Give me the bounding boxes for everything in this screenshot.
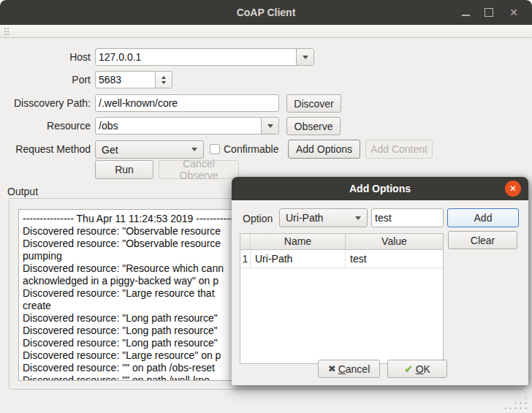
option-value-cell: test — [346, 250, 443, 268]
toolbar — [0, 25, 532, 38]
port-spinbox[interactable] — [95, 71, 172, 88]
ok-label: OK — [416, 363, 430, 375]
maximize-button[interactable] — [482, 6, 495, 19]
confirmable-checkbox[interactable] — [210, 144, 220, 154]
host-label: Host — [0, 51, 91, 63]
port-input[interactable] — [96, 72, 156, 88]
titlebar[interactable]: CoAP Client ✕ — [0, 0, 532, 25]
ok-check-icon: ✔ — [404, 363, 414, 376]
host-input[interactable] — [96, 49, 314, 65]
option-value-input[interactable] — [372, 209, 443, 227]
option-type-combobox[interactable]: Uri-Path — [279, 208, 368, 227]
add-options-button[interactable]: Add Options — [288, 140, 360, 159]
cancel-label: Cancel — [338, 363, 370, 375]
cancel-observe-button: Cancel Observe — [159, 160, 239, 179]
resource-input[interactable] — [96, 118, 259, 134]
dialog-titlebar[interactable]: Add Options ✕ — [232, 177, 528, 200]
dialog-ok-button[interactable]: ✔ OK — [387, 360, 447, 378]
clear-button[interactable]: Clear — [448, 231, 517, 249]
row-number-cell: 1 — [240, 250, 251, 268]
window-title: CoAP Client — [0, 0, 532, 25]
dialog-title: Add Options — [232, 177, 528, 200]
host-combobox[interactable] — [95, 48, 314, 66]
add-options-dialog: Add Options ✕ Option Uri-Path Add Clear … — [232, 177, 528, 385]
option-type-value: Uri-Path — [280, 212, 355, 224]
toolbar-grip-handle[interactable] — [4, 27, 9, 36]
discovery-path-input[interactable] — [96, 95, 278, 111]
discover-button[interactable]: Discover — [286, 94, 341, 113]
chevron-down-icon — [267, 124, 273, 131]
chevron-down-icon — [191, 148, 197, 154]
port-label: Port — [0, 74, 91, 86]
dialog-close-button[interactable]: ✕ — [505, 181, 521, 197]
option-label: Option — [243, 213, 273, 224]
port-spin-buttons[interactable] — [155, 72, 172, 88]
minimize-button[interactable] — [459, 6, 472, 19]
options-table[interactable]: Name Value 1 Uri-Path test — [240, 233, 444, 364]
spin-up-icon — [162, 74, 166, 79]
resource-label: Resource — [0, 120, 91, 132]
confirmable-label: Confirmable — [224, 143, 278, 155]
chevron-down-icon — [303, 56, 308, 62]
dialog-cancel-button[interactable]: ✖ Cancel — [318, 360, 380, 378]
request-method-value: Get — [96, 144, 191, 156]
output-label: Output — [7, 186, 38, 197]
resize-grip[interactable] — [498, 395, 531, 412]
observe-button[interactable]: Observe — [286, 117, 341, 135]
cancel-x-icon: ✖ — [328, 363, 336, 374]
table-corner-header — [240, 234, 251, 249]
close-button[interactable]: ✕ — [507, 6, 520, 19]
host-dropdown-button[interactable] — [296, 49, 314, 65]
request-method-label: Request Method — [0, 143, 91, 155]
option-name-cell: Uri-Path — [251, 250, 346, 268]
resource-dropdown-button[interactable] — [261, 118, 278, 134]
coap-client-window: CoAP Client ✕ Host Port Disscovery Path:… — [0, 0, 532, 413]
minimize-icon — [462, 15, 470, 16]
option-value-field[interactable] — [371, 208, 444, 227]
add-button[interactable]: Add — [447, 208, 519, 227]
run-button[interactable]: Run — [95, 160, 153, 179]
chevron-down-icon — [355, 216, 361, 223]
resource-combobox[interactable] — [95, 117, 279, 134]
discovery-path-label: Disscovery Path: — [0, 97, 91, 109]
request-method-combobox[interactable]: Get — [95, 140, 204, 159]
table-row[interactable]: 1 Uri-Path test — [240, 250, 443, 268]
maximize-icon — [484, 8, 493, 17]
discovery-path-field[interactable] — [95, 94, 279, 112]
add-content-button: Add Content — [365, 140, 433, 159]
name-column-header[interactable]: Name — [251, 234, 346, 249]
spin-down-icon — [162, 81, 166, 86]
table-header-row: Name Value — [240, 234, 443, 250]
value-column-header[interactable]: Value — [346, 234, 443, 249]
